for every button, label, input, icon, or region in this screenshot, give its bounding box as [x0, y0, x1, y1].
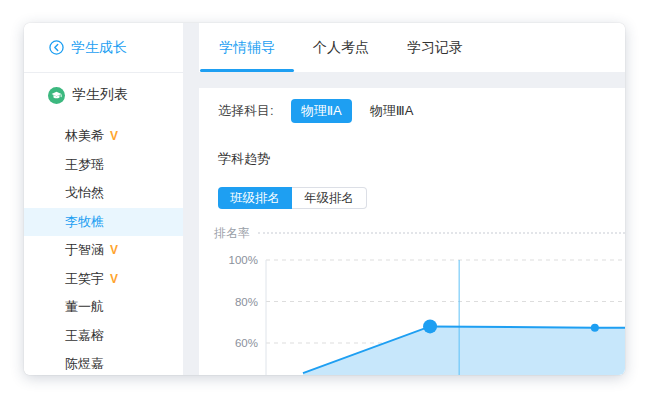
vip-badge: V [110, 243, 118, 257]
chart-ylabel: 排名率 [214, 225, 250, 242]
graduation-cap-icon [48, 87, 65, 104]
subject-select-row: 选择科目: 物理ⅡA物理ⅢA [218, 99, 625, 123]
student-name: 王嘉榕 [65, 327, 104, 345]
student-list-item[interactable]: 于智涵V [24, 236, 183, 265]
back-circle-icon [49, 40, 64, 55]
svg-text:80%: 80% [235, 296, 258, 308]
student-list: 林美希V王梦瑶戈怡然李牧樵于智涵V王笑宇V董一航王嘉榕陈煜嘉 [24, 122, 183, 375]
main-panel: 学情辅导个人考点学习记录 选择科目: 物理ⅡA物理ⅢA 学科趋势 班级排名年级排… [199, 23, 625, 375]
back-label: 学生成长 [71, 39, 127, 57]
student-list-item[interactable]: 戈怡然 [24, 179, 183, 208]
student-list-section-header: 学生列表 [24, 86, 183, 104]
student-list-item[interactable]: 李牧樵 [24, 208, 183, 237]
rank-toggle-button[interactable]: 班级排名 [218, 187, 292, 209]
rank-toggle-button[interactable]: 年级排名 [292, 187, 367, 209]
subject-select-label: 选择科目: [218, 102, 274, 120]
trend-chart: 100%80%60% [199, 240, 625, 375]
student-name: 戈怡然 [65, 184, 104, 202]
student-list-item[interactable]: 王嘉榕 [24, 322, 183, 351]
vip-badge: V [110, 272, 118, 286]
content-area: 选择科目: 物理ⅡA物理ⅢA 学科趋势 班级排名年级排名 排名率 100%80%… [199, 88, 625, 375]
app-card: 学生成长 学生列表 林美希V王梦瑶戈怡然李牧樵于智涵V王笑宇V董一航王嘉榕陈煜嘉… [24, 23, 625, 375]
student-name: 李牧樵 [65, 213, 104, 231]
section-label: 学生列表 [72, 86, 128, 104]
student-list-item[interactable]: 董一航 [24, 293, 183, 322]
tab-bar: 学情辅导个人考点学习记录 [199, 23, 625, 72]
svg-text:60%: 60% [235, 337, 258, 349]
student-name: 林美希 [65, 127, 104, 145]
student-list-item[interactable]: 林美希V [24, 122, 183, 151]
rank-toggle-group: 班级排名年级排名 [218, 187, 625, 209]
chart-ylabel-row: 排名率 [214, 227, 625, 239]
student-name: 陈煜嘉 [65, 355, 104, 373]
vip-badge: V [110, 129, 118, 143]
tab-item[interactable]: 个人考点 [294, 23, 388, 72]
student-name: 王笑宇 [65, 270, 104, 288]
student-list-item[interactable]: 陈煜嘉 [24, 350, 183, 375]
tab-item[interactable]: 学习记录 [388, 23, 482, 72]
student-name: 王梦瑶 [65, 156, 104, 174]
svg-text:100%: 100% [229, 254, 258, 266]
sidebar: 学生成长 学生列表 林美希V王梦瑶戈怡然李牧樵于智涵V王笑宇V董一航王嘉榕陈煜嘉 [24, 23, 183, 375]
tabbar-divider [199, 72, 625, 88]
trend-chart-svg: 100%80%60% [199, 240, 625, 375]
sidebar-gutter [183, 23, 199, 375]
student-list-item[interactable]: 王笑宇V [24, 265, 183, 294]
student-list-item[interactable]: 王梦瑶 [24, 151, 183, 180]
back-student-growth[interactable]: 学生成长 [24, 23, 183, 73]
dotted-rule [258, 232, 625, 234]
subject-options: 物理ⅡA物理ⅢA [274, 99, 420, 123]
subject-chip[interactable]: 物理ⅢA [364, 99, 420, 123]
trend-title: 学科趋势 [218, 150, 625, 168]
subject-chip-selected[interactable]: 物理ⅡA [291, 99, 352, 123]
tab-item[interactable]: 学情辅导 [200, 23, 294, 72]
student-name: 董一航 [65, 298, 104, 316]
student-name: 于智涵 [65, 241, 104, 259]
